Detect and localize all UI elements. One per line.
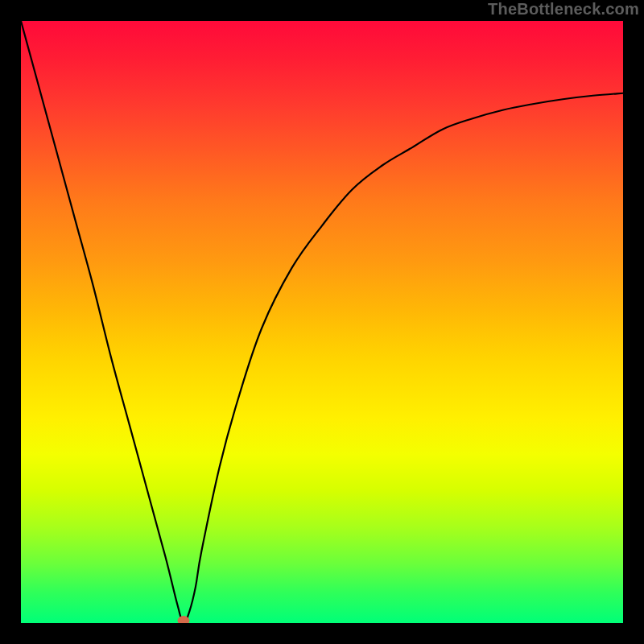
- chart-outer-frame: TheBottleneck.com: [0, 0, 644, 644]
- bottleneck-curve: [21, 21, 623, 623]
- plot-area: [21, 21, 623, 623]
- watermark-text: TheBottleneck.com: [488, 0, 639, 19]
- curve-layer: [21, 21, 623, 623]
- optimum-marker: [178, 617, 189, 624]
